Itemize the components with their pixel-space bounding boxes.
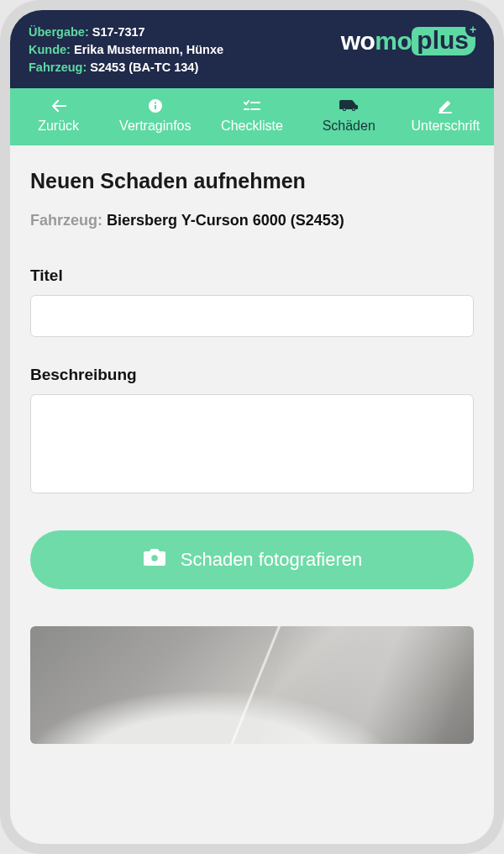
tab-vertraginfos-label: Vertraginfos	[119, 119, 191, 134]
kunde-value: Erika Mustermann, Hünxe	[74, 43, 223, 56]
kunde-label: Kunde:	[29, 43, 71, 56]
titel-input[interactable]	[30, 295, 474, 337]
logo-plus-text: plus	[417, 26, 469, 54]
screen: Übergabe: S17-7317 Kunde: Erika Musterma…	[10, 10, 494, 844]
photo-button[interactable]: Schaden fotografieren	[30, 530, 474, 589]
page-title: Neuen Schaden aufnehmen	[30, 169, 474, 193]
tab-back-label: Zurück	[38, 119, 79, 134]
vehicle-line: Fahrzeug: Biersberg Y-Curson 6000 (S2453…	[30, 212, 474, 229]
content-area: Neuen Schaden aufnehmen Fahrzeug: Biersb…	[10, 145, 494, 844]
tab-unterschrift-label: Unterschrift	[412, 119, 480, 134]
tab-schaeden-label: Schäden	[323, 119, 375, 134]
svg-rect-2	[155, 103, 156, 104]
photo-button-label: Schaden fotografieren	[181, 549, 363, 571]
vehicle-label: Fahrzeug:	[30, 212, 102, 229]
arrow-left-icon	[51, 98, 66, 113]
tab-schaeden[interactable]: Schäden	[301, 88, 397, 145]
logo-badge: plus+	[412, 27, 475, 55]
signature-icon	[438, 98, 453, 113]
titel-label: Titel	[30, 266, 474, 285]
header-info: Übergabe: S17-7317 Kunde: Erika Musterma…	[29, 24, 223, 76]
device-frame: Übergabe: S17-7317 Kunde: Erika Musterma…	[0, 0, 504, 854]
logo-wo: wo	[341, 27, 375, 55]
logo-mo: mo	[375, 27, 412, 55]
info-icon	[148, 98, 163, 113]
damage-photo-preview[interactable]	[30, 626, 474, 744]
van-icon	[339, 98, 359, 113]
tab-vertraginfos[interactable]: Vertraginfos	[107, 88, 203, 145]
svg-point-7	[344, 108, 345, 110]
uebergabe-label: Übergabe:	[29, 25, 89, 39]
logo: womoplus+	[341, 27, 475, 55]
checklist-icon	[244, 98, 260, 113]
logo-text: womo	[341, 27, 412, 55]
fahrzeug-value: S2453 (BA-TC 134)	[90, 61, 198, 74]
tab-back[interactable]: Zurück	[10, 88, 107, 145]
tab-bar: Zurück Vertraginfos Checkliste Schäden	[10, 88, 494, 145]
svg-point-9	[353, 108, 354, 110]
beschreibung-input[interactable]	[30, 394, 474, 493]
fahrzeug-label: Fahrzeug:	[29, 61, 87, 74]
vehicle-value: Biersberg Y-Curson 6000 (S2453)	[107, 212, 344, 229]
uebergabe-value: S17-7317	[92, 25, 145, 39]
camera-icon	[142, 546, 167, 573]
tab-checkliste-label: Checkliste	[221, 119, 283, 134]
tab-checkliste[interactable]: Checkliste	[203, 88, 300, 145]
logo-plus-icon: +	[465, 22, 480, 37]
app-header: Übergabe: S17-7317 Kunde: Erika Musterma…	[10, 10, 494, 88]
svg-rect-1	[155, 105, 156, 109]
tab-unterschrift[interactable]: Unterschrift	[397, 88, 494, 145]
beschreibung-label: Beschreibung	[30, 366, 474, 384]
